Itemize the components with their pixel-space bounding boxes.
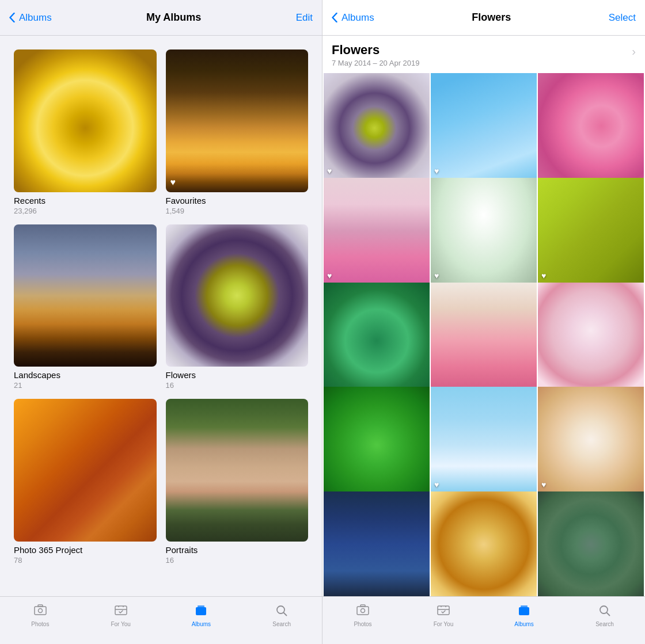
right-albums-icon — [516, 603, 532, 619]
right-search-icon — [597, 603, 613, 619]
flowers-chevron-icon[interactable]: › — [632, 45, 636, 58]
photos-grid: ♥ ♥ ♥ ♥ ♥ — [322, 72, 645, 596]
right-nav-title: Flowers — [472, 12, 511, 24]
right-for-you-icon — [435, 603, 451, 619]
photo-12-heart: ♥ — [541, 480, 546, 489]
photo-cell-4[interactable]: ♥ — [324, 178, 430, 284]
right-tab-photos[interactable]: Photos — [346, 603, 380, 627]
photo-6-heart: ♥ — [541, 271, 546, 280]
photo-cell-12[interactable]: ♥ — [538, 387, 644, 493]
album-portraits-count: 16 — [166, 556, 309, 565]
album-photo365[interactable]: Photo 365 Project 78 — [9, 394, 161, 569]
left-nav-title: My Albums — [146, 12, 201, 24]
right-photos-icon — [355, 603, 371, 619]
svg-rect-0 — [35, 607, 46, 615]
album-landscapes-count: 21 — [14, 381, 157, 390]
album-favourites-name: Favourites — [166, 196, 309, 205]
right-tab-photos-label: Photos — [354, 621, 371, 627]
photo-cell-5[interactable]: ♥ — [431, 178, 537, 284]
right-select-button[interactable]: Select — [609, 12, 636, 24]
album-landscapes[interactable]: Landscapes 21 — [9, 220, 161, 395]
album-portraits-name: Portraits — [166, 545, 309, 555]
svg-rect-5 — [198, 605, 204, 607]
album-favourites-thumb: ♥ — [166, 49, 309, 192]
album-recents-name: Recents — [14, 196, 157, 205]
right-tab-search[interactable]: Search — [587, 603, 622, 627]
left-tab-search[interactable]: Search — [264, 603, 299, 627]
svg-rect-13 — [521, 605, 528, 607]
left-tab-for-you-label: For You — [111, 621, 130, 627]
photo-cell-13[interactable] — [324, 491, 430, 596]
photo-4-heart: ♥ — [327, 271, 332, 280]
album-favourites-count: 1,549 — [166, 207, 309, 215]
left-tab-photos-label: Photos — [31, 621, 49, 627]
left-tab-albums-label: Albums — [192, 621, 211, 627]
album-recents-thumb — [14, 49, 157, 192]
album-flowers-count: 16 — [166, 381, 309, 390]
left-tab-search-label: Search — [272, 621, 291, 627]
photo-11-heart: ♥ — [434, 480, 439, 489]
flowers-date: 7 May 2014 – 20 Apr 2019 — [332, 59, 420, 67]
left-tab-albums[interactable]: Albums — [184, 603, 218, 627]
photo-cell-1[interactable]: ♥ — [324, 73, 430, 179]
photo-cell-8[interactable] — [431, 283, 537, 388]
svg-line-15 — [607, 613, 610, 616]
right-back-button[interactable]: Albums — [332, 12, 374, 24]
right-panel: Albums Flowers Select Flowers 7 May 2014… — [322, 0, 645, 644]
album-photo365-thumb — [14, 399, 157, 542]
svg-point-14 — [600, 606, 608, 613]
album-landscapes-thumb — [14, 224, 157, 367]
svg-point-1 — [38, 609, 42, 613]
search-icon-left — [274, 603, 290, 619]
album-flowers[interactable]: Flowers 16 — [161, 220, 313, 395]
svg-rect-4 — [196, 607, 206, 615]
left-edit-button[interactable]: Edit — [296, 12, 313, 24]
for-you-icon — [113, 603, 129, 619]
svg-point-9 — [361, 609, 365, 613]
left-tab-photos[interactable]: Photos — [23, 603, 58, 627]
svg-point-6 — [277, 606, 284, 613]
flowers-title: Flowers — [332, 43, 420, 58]
photo-1-heart: ♥ — [327, 166, 332, 176]
left-tab-bar: Photos For You Albums — [0, 596, 322, 644]
photo-cell-7[interactable] — [324, 283, 430, 388]
svg-rect-12 — [519, 607, 529, 615]
svg-rect-2 — [38, 605, 43, 607]
flowers-title-block: Flowers 7 May 2014 – 20 Apr 2019 — [332, 43, 420, 67]
photo-cell-3[interactable] — [538, 73, 644, 179]
right-tab-for-you[interactable]: For You — [426, 603, 461, 627]
photo-2-heart: ♥ — [434, 166, 439, 176]
photo-cell-6[interactable]: ♥ — [538, 178, 644, 284]
album-favourites[interactable]: ♥ Favourites 1,549 — [161, 45, 313, 220]
svg-rect-3 — [115, 606, 127, 615]
album-portraits-thumb — [166, 399, 309, 542]
photo-cell-11[interactable]: ♥ — [431, 387, 537, 493]
photo-cell-14[interactable] — [431, 491, 537, 596]
photos-icon — [32, 603, 48, 619]
right-tab-albums[interactable]: Albums — [507, 603, 541, 627]
photo-cell-10[interactable] — [324, 387, 430, 493]
left-back-button[interactable]: Albums — [9, 12, 52, 24]
album-flowers-name: Flowers — [166, 370, 309, 380]
album-recents[interactable]: Recents 23,296 — [9, 45, 161, 220]
right-nav-bar: Albums Flowers Select — [322, 0, 645, 36]
photo-cell-15[interactable] — [538, 491, 644, 596]
right-tab-for-you-label: For You — [434, 621, 453, 627]
svg-rect-11 — [438, 606, 449, 615]
albums-grid: Recents 23,296 ♥ Favourites 1,549 Landsc… — [0, 36, 322, 596]
right-tab-search-label: Search — [595, 621, 614, 627]
photo-cell-9[interactable] — [538, 283, 644, 388]
right-tab-bar: Photos For You Albums — [322, 596, 645, 644]
left-nav-bar: Albums My Albums Edit — [0, 0, 322, 36]
album-flowers-thumb — [166, 224, 309, 367]
svg-rect-10 — [361, 605, 365, 607]
album-landscapes-name: Landscapes — [14, 370, 157, 380]
albums-icon-left — [193, 603, 209, 619]
left-panel: Albums My Albums Edit Recents 23,296 ♥ F… — [0, 0, 322, 644]
flowers-header: Flowers 7 May 2014 – 20 Apr 2019 › — [322, 36, 645, 72]
left-tab-for-you[interactable]: For You — [104, 603, 138, 627]
album-portraits[interactable]: Portraits 16 — [161, 394, 313, 569]
album-photo365-count: 78 — [14, 556, 157, 565]
photo-cell-2[interactable]: ♥ — [431, 73, 537, 179]
album-recents-count: 23,296 — [14, 207, 157, 215]
